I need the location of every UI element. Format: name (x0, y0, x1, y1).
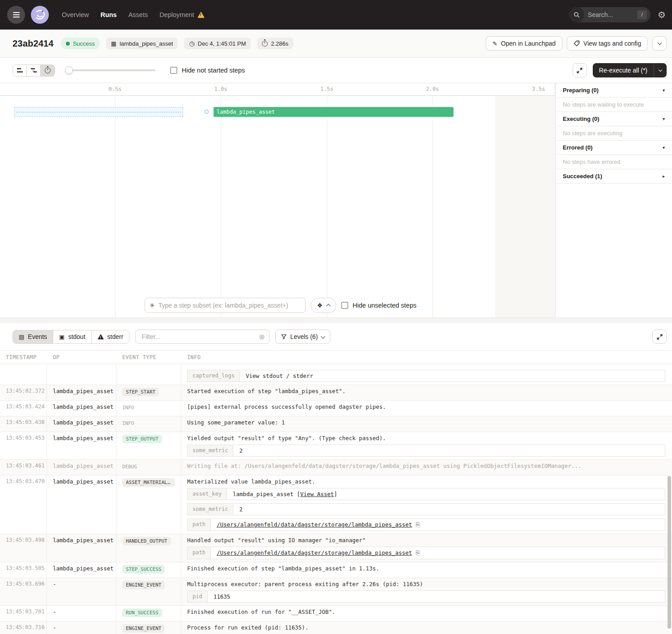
status-section-preparing[interactable]: Preparing (0)▾ (556, 83, 672, 98)
tag-icon (574, 40, 580, 47)
copy-icon[interactable]: ⎘ (415, 521, 420, 528)
warning-triangle-icon (98, 334, 104, 339)
panel-splitter[interactable] (0, 318, 672, 323)
tab-events[interactable]: ▤ Events (13, 330, 53, 343)
log-filter-input[interactable]: Filter... ⊗ (135, 330, 270, 344)
metadata-entry: path/Users/alangenfeld/data/dagster/stor… (187, 547, 665, 559)
status-section-helper: No steps are waiting to execute (556, 98, 672, 112)
path-link[interactable]: /Users/alangenfeld/data/dagster/storage/… (217, 549, 412, 556)
log-row[interactable]: captured_logsView stdout / stderr (0, 364, 672, 385)
run-id: 23ab2414 (13, 39, 54, 49)
log-row[interactable]: 13:45:03.505lambda_pipes_assetSTEP_SUCCE… (0, 562, 672, 578)
log-row[interactable]: 13:45:03.438lambda_pipes_assetINFOUsing … (0, 416, 672, 432)
log-row[interactable]: 13:45:03.498lambda_pipes_assetHANDLED_OU… (0, 534, 672, 562)
reexecute-all-button[interactable]: Re-execute all (*) (593, 63, 667, 77)
log-info: [pipes] external process successfully op… (181, 401, 672, 416)
logs-panel: ▤ Events ▣ stdout stderr Filter... ⊗ Lev… (0, 323, 672, 629)
log-timestamp: 13:45:03.453 (0, 432, 47, 459)
event-type-badge: STEP_OUTPUT (122, 435, 162, 443)
pencil-icon: ✎ (492, 40, 497, 47)
event-type-badge: INFO (122, 403, 134, 412)
tab-stdout[interactable]: ▣ stdout (53, 330, 91, 343)
levels-dropdown[interactable]: Levels (6) (275, 330, 330, 344)
clear-filter-icon[interactable]: ⊗ (259, 333, 265, 341)
status-section-succeeded[interactable]: Succeeded (1)▸ (556, 169, 672, 184)
status-section-executing[interactable]: Executing (0)▾ (556, 112, 672, 126)
log-timestamp: 13:45:03.696 (0, 578, 47, 605)
status-section-errored[interactable]: Errored (0)▾ (556, 141, 672, 155)
event-type-badge: STEP_START (122, 388, 159, 396)
hide-not-started-checkbox[interactable]: Hide not started steps (170, 67, 245, 74)
log-row[interactable]: 13:45:03.461lambda_pipes_assetDEBUGWriti… (0, 460, 672, 476)
log-row[interactable]: 13:45:03.701-RUN_SUCCESSFinished executi… (0, 606, 672, 621)
zoom-slider[interactable] (66, 69, 155, 71)
checkbox-icon[interactable] (170, 67, 177, 74)
logs-fullscreen-button[interactable] (652, 330, 667, 344)
tab-stderr[interactable]: stderr (92, 330, 129, 343)
view-waterfall-button[interactable] (27, 65, 41, 76)
nav-runs[interactable]: Runs (100, 11, 116, 18)
hide-unselected-checkbox[interactable]: Hide unselected steps (341, 302, 417, 309)
dagster-logo-icon[interactable] (30, 5, 49, 24)
graph-options-button[interactable]: ❖ (311, 298, 336, 313)
checkbox-icon[interactable] (341, 302, 348, 309)
reexecute-dropdown-button[interactable] (654, 69, 667, 71)
event-type-badge: ASSET_MATERIALIZAT… (122, 478, 175, 487)
nav-assets[interactable]: Assets (128, 11, 148, 18)
view-timed-button[interactable] (41, 65, 55, 76)
step-subset-input[interactable]: ✳ Type a step subset (ex: lambda_pipes_a… (145, 298, 306, 313)
log-op: - (47, 606, 116, 621)
open-in-launchpad-button[interactable]: ✎ Open in Launchpad (486, 36, 562, 51)
log-row[interactable]: 13:45:02.372lambda_pipes_assetSTEP_START… (0, 385, 672, 401)
view-asset-link[interactable]: View Asset (300, 491, 334, 497)
nav-overview[interactable]: Overview (62, 11, 89, 18)
log-event-type: DEBUG (116, 460, 181, 475)
log-scrollbar[interactable] (668, 476, 671, 629)
gridline (115, 96, 116, 317)
status-section-helper: No steps have errored (556, 155, 672, 169)
run-actions-chevron-button[interactable] (652, 36, 667, 51)
global-search-input[interactable]: Search... / (569, 7, 651, 22)
log-op (47, 364, 116, 385)
log-row[interactable]: 13:45:03.716-ENGINE_EVENTProcess for run… (0, 621, 672, 634)
expand-icon (656, 333, 663, 341)
metadata-key: some_metric (188, 504, 233, 515)
gantt-step-bar[interactable]: lambda_pipes_asset (214, 107, 454, 117)
gantt-fullscreen-button[interactable] (573, 63, 587, 77)
log-timestamp: 13:45:03.498 (0, 534, 47, 562)
event-type-badge: INFO (122, 419, 134, 428)
settings-gear-icon[interactable]: ⚙ (658, 9, 666, 20)
view-flat-button[interactable] (13, 65, 27, 76)
log-row[interactable]: 13:45:03.453lambda_pipes_assetSTEP_OUTPU… (0, 432, 672, 460)
log-op: lambda_pipes_asset (47, 476, 116, 534)
nav-deployment[interactable]: Deployment (159, 11, 204, 18)
path-link[interactable]: /Users/alangenfeld/data/dagster/storage/… (217, 521, 412, 528)
gridline (327, 96, 327, 317)
log-row[interactable]: 13:45:03.696-ENGINE_EVENTMultiprocess ex… (0, 578, 672, 606)
job-tag[interactable]: ▦ lambda_pipes_asset (106, 38, 178, 49)
log-event-type: ASSET_MATERIALIZAT… (116, 476, 181, 534)
metadata-entry: captured_logsView stdout / stderr (187, 370, 665, 382)
copy-icon[interactable]: ⎘ (415, 549, 420, 556)
hamburger-menu-icon[interactable] (7, 6, 25, 24)
log-row[interactable]: 13:45:03.424lambda_pipes_assetINFO[pipes… (0, 401, 672, 416)
gantt-view-toggle-group (13, 64, 55, 77)
log-row[interactable]: 13:45:03.470lambda_pipes_assetASSET_MATE… (0, 476, 672, 534)
console-icon: ▣ (59, 334, 64, 340)
chevron-down-icon: ▾ (663, 116, 665, 121)
log-info: Handled output "result" using IO manager… (181, 534, 672, 562)
log-event-type (116, 364, 181, 385)
success-dot-icon (66, 42, 70, 46)
dagster-run-page: Overview Runs Assets Deployment Search..… (0, 0, 672, 634)
axis-tick-label: 2.5s (532, 86, 545, 92)
metadata-key: path (188, 519, 211, 531)
log-event-type: INFO (116, 416, 181, 432)
view-tags-config-button[interactable]: View tags and config (567, 36, 648, 51)
slider-knob[interactable] (65, 66, 73, 74)
log-op: lambda_pipes_asset (47, 460, 116, 475)
scrollbar-thumb[interactable] (668, 476, 671, 629)
nav-links: Overview Runs Assets Deployment (62, 11, 205, 18)
chevron-down-icon: ▾ (663, 145, 665, 150)
preparing-phase-box (14, 107, 183, 117)
step-status-panel: Preparing (0)▾No steps are waiting to ex… (555, 83, 672, 317)
